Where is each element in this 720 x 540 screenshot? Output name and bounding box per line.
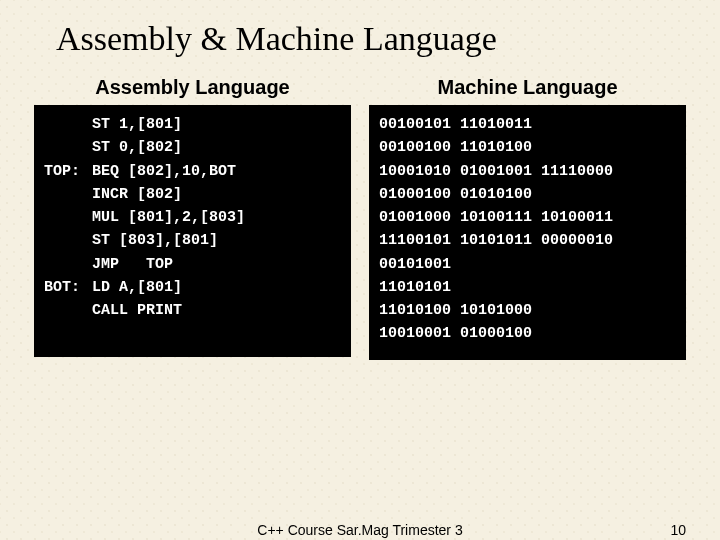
machine-code-box: 00100101 1101001100100100 11010100100010… bbox=[369, 105, 686, 360]
assembly-line: CALL PRINT bbox=[44, 299, 341, 322]
columns: Assembly Language ST 1,[801]ST 0,[802]TO… bbox=[0, 58, 720, 360]
machine-line: 11010100 10101000 bbox=[379, 299, 676, 322]
assembly-instruction: LD A,[801] bbox=[92, 279, 182, 296]
machine-header: Machine Language bbox=[369, 76, 686, 99]
assembly-line: TOP:BEQ [802],10,BOT bbox=[44, 160, 341, 183]
machine-line: 01001000 10100111 10100011 bbox=[379, 206, 676, 229]
assembly-instruction: MUL [801],2,[803] bbox=[92, 209, 245, 226]
machine-line: 10001010 01001001 11110000 bbox=[379, 160, 676, 183]
assembly-line: MUL [801],2,[803] bbox=[44, 206, 341, 229]
assembly-line: JMP TOP bbox=[44, 253, 341, 276]
machine-line: 10010001 01000100 bbox=[379, 322, 676, 345]
assembly-header: Assembly Language bbox=[34, 76, 351, 99]
assembly-instruction: BEQ [802],10,BOT bbox=[92, 163, 236, 180]
assembly-line: INCR [802] bbox=[44, 183, 341, 206]
assembly-label: BOT: bbox=[44, 276, 92, 299]
assembly-line: ST [803],[801] bbox=[44, 229, 341, 252]
machine-line: 00101001 bbox=[379, 253, 676, 276]
slide-title: Assembly & Machine Language bbox=[0, 0, 720, 58]
assembly-instruction: CALL PRINT bbox=[92, 302, 182, 319]
assembly-line: ST 1,[801] bbox=[44, 113, 341, 136]
footer-course: C++ Course Sar.Mag Trimester 3 bbox=[0, 522, 720, 538]
assembly-line: BOT:LD A,[801] bbox=[44, 276, 341, 299]
machine-line: 00100100 11010100 bbox=[379, 136, 676, 159]
machine-column: Machine Language 00100101 11010011001001… bbox=[369, 76, 686, 360]
machine-line: 00100101 11010011 bbox=[379, 113, 676, 136]
machine-line: 11100101 10101011 00000010 bbox=[379, 229, 676, 252]
assembly-label: TOP: bbox=[44, 160, 92, 183]
assembly-instruction: ST 0,[802] bbox=[92, 139, 182, 156]
assembly-code-box: ST 1,[801]ST 0,[802]TOP:BEQ [802],10,BOT… bbox=[34, 105, 351, 357]
assembly-instruction: JMP TOP bbox=[92, 256, 173, 273]
assembly-instruction: ST 1,[801] bbox=[92, 116, 182, 133]
footer-page-number: 10 bbox=[670, 522, 686, 538]
assembly-instruction: ST [803],[801] bbox=[92, 232, 218, 249]
assembly-line: ST 0,[802] bbox=[44, 136, 341, 159]
machine-line: 01000100 01010100 bbox=[379, 183, 676, 206]
assembly-column: Assembly Language ST 1,[801]ST 0,[802]TO… bbox=[34, 76, 351, 360]
assembly-instruction: INCR [802] bbox=[92, 186, 182, 203]
machine-line: 11010101 bbox=[379, 276, 676, 299]
